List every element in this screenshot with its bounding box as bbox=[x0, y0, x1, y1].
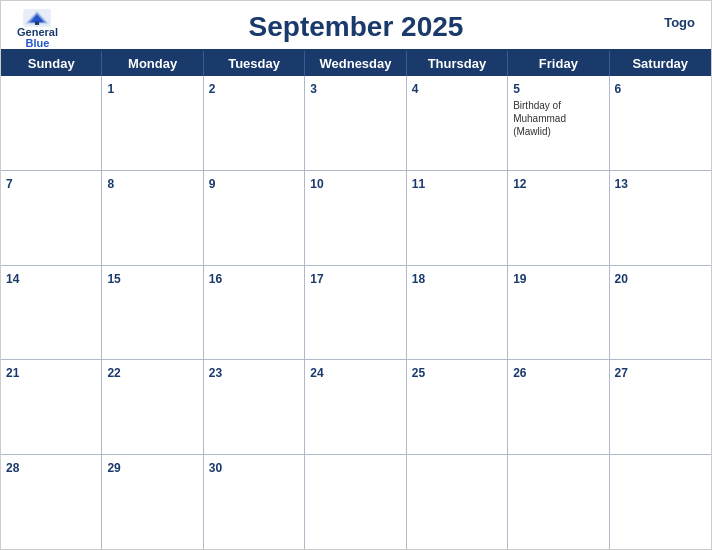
day-cell: 5Birthday of Muhammad (Mawlid) bbox=[508, 76, 609, 170]
day-cell: 4 bbox=[407, 76, 508, 170]
day-cell: 24 bbox=[305, 360, 406, 454]
day-header-sunday: Sunday bbox=[1, 51, 102, 76]
day-number: 20 bbox=[615, 272, 628, 286]
day-cell: 12 bbox=[508, 171, 609, 265]
day-number: 8 bbox=[107, 177, 114, 191]
day-cell: 13 bbox=[610, 171, 711, 265]
day-cell: 20 bbox=[610, 266, 711, 360]
day-cell: 23 bbox=[204, 360, 305, 454]
day-cell: 29 bbox=[102, 455, 203, 549]
day-number: 30 bbox=[209, 461, 222, 475]
calendar-header: General Blue September 2025 Togo bbox=[1, 1, 711, 49]
day-cell: 3 bbox=[305, 76, 406, 170]
calendar-title: September 2025 bbox=[249, 11, 464, 43]
day-number: 3 bbox=[310, 82, 317, 96]
day-header-thursday: Thursday bbox=[407, 51, 508, 76]
day-number: 10 bbox=[310, 177, 323, 191]
day-number: 4 bbox=[412, 82, 419, 96]
calendar: General Blue September 2025 Togo SundayM… bbox=[0, 0, 712, 550]
day-number: 12 bbox=[513, 177, 526, 191]
day-cell bbox=[407, 455, 508, 549]
day-headers-row: SundayMondayTuesdayWednesdayThursdayFrid… bbox=[1, 51, 711, 76]
logo: General Blue bbox=[17, 9, 58, 49]
week-row-1: 12345Birthday of Muhammad (Mawlid)6 bbox=[1, 76, 711, 171]
day-number: 17 bbox=[310, 272, 323, 286]
calendar-grid: SundayMondayTuesdayWednesdayThursdayFrid… bbox=[1, 49, 711, 549]
day-number: 19 bbox=[513, 272, 526, 286]
day-cell bbox=[508, 455, 609, 549]
day-cell: 22 bbox=[102, 360, 203, 454]
day-number: 21 bbox=[6, 366, 19, 380]
day-header-saturday: Saturday bbox=[610, 51, 711, 76]
day-header-monday: Monday bbox=[102, 51, 203, 76]
day-cell: 7 bbox=[1, 171, 102, 265]
day-cell: 17 bbox=[305, 266, 406, 360]
day-header-friday: Friday bbox=[508, 51, 609, 76]
day-number: 24 bbox=[310, 366, 323, 380]
day-cell: 11 bbox=[407, 171, 508, 265]
day-cell bbox=[1, 76, 102, 170]
day-number: 2 bbox=[209, 82, 216, 96]
day-cell: 2 bbox=[204, 76, 305, 170]
day-header-tuesday: Tuesday bbox=[204, 51, 305, 76]
logo-blue-text: Blue bbox=[26, 38, 50, 49]
day-number: 26 bbox=[513, 366, 526, 380]
day-cell: 19 bbox=[508, 266, 609, 360]
day-number: 6 bbox=[615, 82, 622, 96]
day-number: 18 bbox=[412, 272, 425, 286]
day-number: 29 bbox=[107, 461, 120, 475]
day-cell: 18 bbox=[407, 266, 508, 360]
day-cell: 6 bbox=[610, 76, 711, 170]
day-number: 27 bbox=[615, 366, 628, 380]
day-number: 23 bbox=[209, 366, 222, 380]
day-cell: 14 bbox=[1, 266, 102, 360]
day-cell: 10 bbox=[305, 171, 406, 265]
day-cell: 15 bbox=[102, 266, 203, 360]
event-text: Birthday of Muhammad (Mawlid) bbox=[513, 99, 603, 138]
day-number: 13 bbox=[615, 177, 628, 191]
week-row-3: 14151617181920 bbox=[1, 266, 711, 361]
day-number: 16 bbox=[209, 272, 222, 286]
svg-rect-4 bbox=[35, 21, 39, 24]
week-row-2: 78910111213 bbox=[1, 171, 711, 266]
day-cell: 25 bbox=[407, 360, 508, 454]
day-cell bbox=[305, 455, 406, 549]
day-number: 22 bbox=[107, 366, 120, 380]
day-number: 1 bbox=[107, 82, 114, 96]
day-cell: 21 bbox=[1, 360, 102, 454]
day-number: 7 bbox=[6, 177, 13, 191]
day-cell: 9 bbox=[204, 171, 305, 265]
day-number: 9 bbox=[209, 177, 216, 191]
day-number: 28 bbox=[6, 461, 19, 475]
day-number: 15 bbox=[107, 272, 120, 286]
country-label: Togo bbox=[664, 15, 695, 30]
logo-icon bbox=[23, 9, 51, 27]
day-number: 5 bbox=[513, 82, 520, 96]
day-number: 11 bbox=[412, 177, 425, 191]
day-number: 14 bbox=[6, 272, 19, 286]
week-row-5: 282930 bbox=[1, 455, 711, 549]
day-number: 25 bbox=[412, 366, 425, 380]
day-header-wednesday: Wednesday bbox=[305, 51, 406, 76]
day-cell: 28 bbox=[1, 455, 102, 549]
day-cell: 8 bbox=[102, 171, 203, 265]
day-cell: 30 bbox=[204, 455, 305, 549]
day-cell bbox=[610, 455, 711, 549]
weeks-container: 12345Birthday of Muhammad (Mawlid)678910… bbox=[1, 76, 711, 549]
day-cell: 27 bbox=[610, 360, 711, 454]
week-row-4: 21222324252627 bbox=[1, 360, 711, 455]
day-cell: 1 bbox=[102, 76, 203, 170]
day-cell: 16 bbox=[204, 266, 305, 360]
day-cell: 26 bbox=[508, 360, 609, 454]
